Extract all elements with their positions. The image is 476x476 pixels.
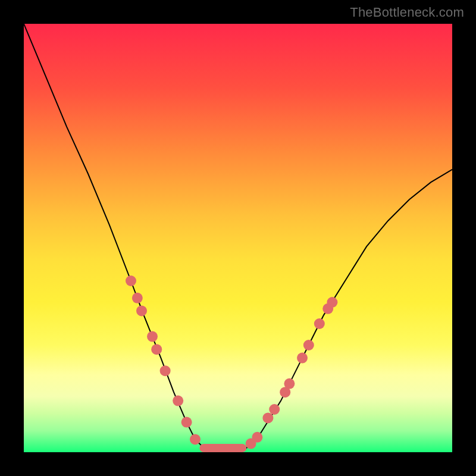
data-dot <box>132 293 143 303</box>
data-dot <box>160 365 171 376</box>
data-dot <box>314 318 325 329</box>
chart-frame: TheBottleneck.com <box>0 0 476 476</box>
data-dot <box>136 305 147 316</box>
data-dot <box>147 331 158 342</box>
data-dots <box>126 275 337 449</box>
chart-svg <box>24 24 452 452</box>
data-dot <box>303 340 314 350</box>
curve-line <box>24 24 452 452</box>
data-dot <box>297 353 308 364</box>
data-dot <box>190 434 201 444</box>
data-dot <box>181 417 192 428</box>
data-dot <box>252 432 262 443</box>
data-dot <box>126 275 136 286</box>
data-dot <box>173 396 183 406</box>
data-dot <box>262 412 273 423</box>
data-dot <box>284 378 295 389</box>
data-dot <box>151 344 162 355</box>
watermark-text: TheBottleneck.com <box>350 5 464 20</box>
plot-area <box>24 24 452 452</box>
data-dot <box>269 404 280 415</box>
data-dot <box>327 297 337 308</box>
